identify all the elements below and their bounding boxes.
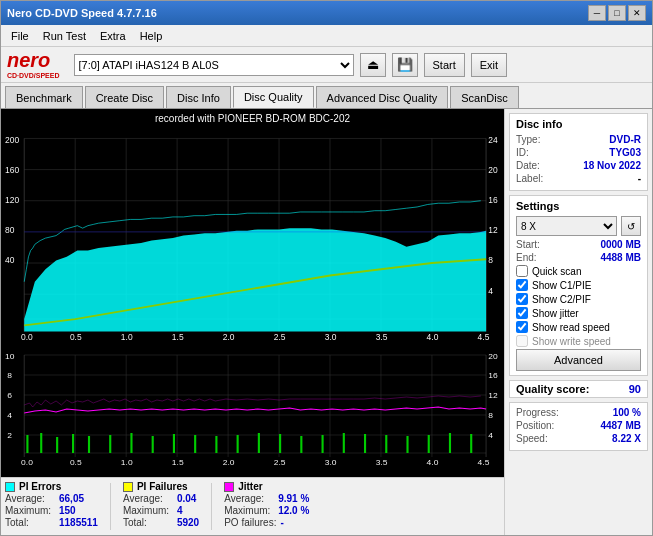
svg-rect-67 (215, 436, 217, 453)
menu-runtest[interactable]: Run Test (37, 28, 92, 44)
tab-scandisc[interactable]: ScanDisc (450, 86, 518, 108)
c1pie-checkbox[interactable] (516, 279, 528, 291)
svg-rect-64 (152, 436, 154, 453)
start-mb-row: Start: 0000 MB (516, 239, 641, 250)
svg-rect-77 (428, 435, 430, 453)
c2pif-row: Show C2/PIF (516, 293, 641, 305)
maximize-button[interactable]: □ (608, 5, 626, 21)
svg-rect-71 (300, 436, 302, 453)
pi-failures-group: PI Failures Average: 0.04 Maximum: 4 Tot… (123, 481, 199, 532)
lower-chart: 10 8 6 4 2 20 16 12 8 4 0.0 0.5 (3, 345, 502, 475)
progress-value: 100 % (613, 407, 641, 418)
svg-text:1.5: 1.5 (172, 458, 184, 467)
menu-help[interactable]: Help (134, 28, 169, 44)
svg-text:0.5: 0.5 (70, 458, 82, 467)
nero-subtitle: CD·DVD/SPEED (7, 72, 60, 79)
start-value: 0000 MB (600, 239, 641, 250)
c2pif-checkbox[interactable] (516, 293, 528, 305)
svg-rect-73 (343, 433, 345, 453)
position-label: Position: (516, 420, 554, 431)
svg-text:16: 16 (488, 371, 498, 380)
svg-text:8: 8 (488, 254, 493, 265)
progress-section: Progress: 100 % Position: 4487 MB Speed:… (509, 402, 648, 451)
disc-label-value: - (638, 173, 641, 184)
jitter-checkbox[interactable] (516, 307, 528, 319)
svg-text:3.0: 3.0 (325, 458, 337, 467)
menu-extra[interactable]: Extra (94, 28, 132, 44)
quick-scan-label: Quick scan (532, 266, 581, 277)
tab-create-disc[interactable]: Create Disc (85, 86, 164, 108)
speed-value: 8.22 X (612, 433, 641, 444)
svg-rect-60 (72, 434, 74, 453)
quality-value: 90 (629, 383, 641, 395)
svg-rect-65 (173, 434, 175, 453)
position-row: Position: 4487 MB (516, 420, 641, 431)
svg-rect-79 (470, 434, 472, 453)
svg-text:8: 8 (7, 371, 12, 380)
svg-text:24: 24 (488, 135, 497, 146)
exit-button[interactable]: Exit (471, 53, 507, 77)
nero-logo: nero CD·DVD/SPEED (7, 50, 60, 79)
read-speed-checkbox[interactable] (516, 321, 528, 333)
side-panel: Disc info Type: DVD-R ID: TYG03 Date: 18… (504, 109, 652, 535)
drive-selector[interactable]: [7:0] ATAPI iHAS124 B AL0S (74, 54, 354, 76)
disc-type-label: Type: (516, 134, 540, 145)
quick-scan-checkbox[interactable] (516, 265, 528, 277)
svg-text:120: 120 (5, 195, 19, 206)
settings-refresh-btn[interactable]: ↺ (621, 216, 641, 236)
svg-rect-75 (385, 435, 387, 453)
svg-text:3.5: 3.5 (376, 458, 388, 467)
speed-selector[interactable]: 8 X (516, 216, 617, 236)
menu-file[interactable]: File (5, 28, 35, 44)
eject-button[interactable]: ⏏ (360, 53, 386, 77)
disc-label-label: Label: (516, 173, 543, 184)
upper-chart-svg: 200 160 120 80 40 24 20 16 12 8 4 0.0 (3, 126, 502, 344)
minimize-button[interactable]: ─ (588, 5, 606, 21)
svg-rect-58 (40, 433, 42, 453)
pi-errors-avg-row: Average: 66,05 (5, 493, 98, 504)
tab-disc-quality[interactable]: Disc Quality (233, 86, 314, 108)
disc-date-label: Date: (516, 160, 540, 171)
tab-advanced-disc-quality[interactable]: Advanced Disc Quality (316, 86, 449, 108)
close-button[interactable]: ✕ (628, 5, 646, 21)
save-button[interactable]: 💾 (392, 53, 418, 77)
disc-id-label: ID: (516, 147, 529, 158)
svg-text:20: 20 (488, 352, 498, 361)
write-speed-checkbox[interactable] (516, 335, 528, 347)
pi-failures-label: PI Failures (123, 481, 199, 492)
svg-text:40: 40 (5, 254, 14, 265)
start-label: Start: (516, 239, 548, 250)
read-speed-label: Show read speed (532, 322, 610, 333)
settings-title: Settings (516, 200, 641, 212)
tab-bar: Benchmark Create Disc Disc Info Disc Qua… (1, 83, 652, 109)
settings-section: Settings 8 X ↺ Start: 0000 MB End: 4488 … (509, 195, 648, 376)
tab-benchmark[interactable]: Benchmark (5, 86, 83, 108)
jitter-label: Jitter (224, 481, 309, 492)
speed-label: Speed: (516, 433, 548, 444)
upper-chart: 200 160 120 80 40 24 20 16 12 8 4 0.0 (3, 126, 502, 344)
svg-text:1.5: 1.5 (172, 332, 184, 343)
svg-text:4.5: 4.5 (478, 332, 490, 343)
start-button[interactable]: Start (424, 53, 465, 77)
svg-text:2: 2 (7, 431, 12, 440)
window-controls: ─ □ ✕ (588, 5, 646, 21)
write-speed-label: Show write speed (532, 336, 611, 347)
disc-type-value: DVD-R (609, 134, 641, 145)
window-title: Nero CD-DVD Speed 4.7.7.16 (7, 7, 157, 19)
tab-disc-info[interactable]: Disc Info (166, 86, 231, 108)
svg-rect-74 (364, 434, 366, 453)
svg-text:3.5: 3.5 (376, 332, 388, 343)
quality-score-row: Quality score: 90 (509, 380, 648, 398)
lower-chart-svg: 10 8 6 4 2 20 16 12 8 4 0.0 0.5 (3, 345, 502, 475)
title-bar: Nero CD-DVD Speed 4.7.7.16 ─ □ ✕ (1, 1, 652, 25)
svg-rect-76 (406, 436, 408, 453)
jitter-legend-dot (224, 482, 234, 492)
disc-date-row: Date: 18 Nov 2022 (516, 160, 641, 171)
progress-row: Progress: 100 % (516, 407, 641, 418)
svg-text:4.0: 4.0 (427, 458, 439, 467)
pi-errors-group: PI Errors Average: 66,05 Maximum: 150 To… (5, 481, 98, 532)
advanced-button[interactable]: Advanced (516, 349, 641, 371)
disc-type-row: Type: DVD-R (516, 134, 641, 145)
end-mb-row: End: 4488 MB (516, 252, 641, 263)
svg-text:0.0: 0.0 (21, 332, 33, 343)
